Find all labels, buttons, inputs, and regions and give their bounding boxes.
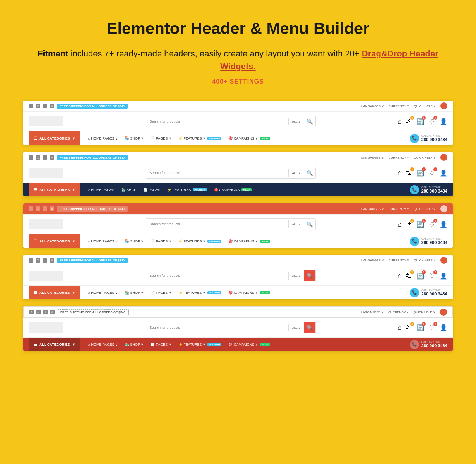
cart-icon-user-1[interactable]: 👤 <box>440 118 447 125</box>
search-button-4[interactable]: 🔍 <box>304 270 315 281</box>
quickhelp-link-3[interactable]: QUICK HELP ∨ <box>414 207 436 211</box>
nav-campaigns-3[interactable]: 🎯 CAMPAIGNS ∨ MEGA <box>228 239 270 243</box>
cart-icon-bag-2[interactable]: 🛍2 <box>405 169 413 177</box>
nav-pages-3[interactable]: 📄 PAGES ∨ <box>151 239 171 243</box>
shipping-msg-3: FREE SHIPPING FOR ALL ORDERS OF $340 <box>57 206 128 212</box>
all-categories-btn-1[interactable]: ☰ ALL CATEGORIES ∨ <box>29 131 80 145</box>
search-button-5[interactable]: 🔍 <box>304 322 315 333</box>
languages-link-1[interactable]: LANGAUGES ∨ <box>361 104 384 108</box>
languages-link-4[interactable]: LANGAUGES ∨ <box>361 259 384 262</box>
search-input-2[interactable] <box>146 171 289 175</box>
search-button-2[interactable]: 🔍 <box>304 167 315 179</box>
search-bar-2[interactable]: ALL ∨ 🔍 <box>146 167 316 179</box>
nav-campaigns-2[interactable]: 🎯 CAMPAIGNS MEGA <box>214 188 252 192</box>
nav-shop-2[interactable]: 🏪 SHOP <box>121 188 136 192</box>
call-icon-3: 📞 <box>410 237 419 246</box>
all-categories-btn-5[interactable]: ☰ ALL CATEGORIES ∨ <box>29 338 80 351</box>
search-button-1[interactable]: 🔍 <box>304 116 315 127</box>
nav-pages-4[interactable]: 📄 PAGES ∨ <box>151 291 171 295</box>
nav-home-2[interactable]: ⌂ HOME PAGES <box>88 188 115 192</box>
cart-icon-heart-1[interactable]: ♡2 <box>428 118 436 125</box>
whatsapp-icon-3: w <box>50 206 54 211</box>
cart-icon-heart-5[interactable]: ♡2 <box>428 324 436 331</box>
search-all-1[interactable]: ALL ∨ <box>289 120 303 123</box>
all-categories-btn-2[interactable]: ☰ ALL CATEGORIES ∨ <box>29 183 80 196</box>
search-bar-4[interactable]: ALL ∨ 🔍 <box>146 270 316 281</box>
search-all-3[interactable]: ALL ∨ <box>289 223 303 226</box>
nav-home-3[interactable]: ⌂ HOME PAGES ∨ <box>88 239 118 243</box>
nav-campaigns-4[interactable]: 🎯 CAMPAIGNS ∨ MEGA <box>228 291 270 295</box>
call-text-1: CALL ANYTIME 280 900 3434 <box>421 135 447 142</box>
nav-shop-4[interactable]: 🏪 SHOP ∨ <box>125 291 144 295</box>
nav-home-4[interactable]: ⌂ HOME PAGES ∨ <box>88 291 118 295</box>
cart-icon-refresh-2[interactable]: 🔄1 <box>416 169 424 177</box>
cart-icon-bag-5[interactable]: 🛍2 <box>405 324 413 331</box>
home-icon-1[interactable]: ⌂ <box>397 118 402 126</box>
cart-icon-refresh-4[interactable]: 🔄1 <box>416 272 424 280</box>
currency-link-3[interactable]: CURRENCY ∨ <box>389 207 409 211</box>
search-all-2[interactable]: ALL ∨ <box>289 171 303 175</box>
search-bar-3[interactable]: ALL ∨ 🔍 <box>146 218 316 230</box>
search-input-4[interactable] <box>146 274 289 278</box>
home-icon-3[interactable]: ⌂ <box>397 220 402 229</box>
nav-shop-1[interactable]: 🏪 SHOP ∨ <box>125 136 144 140</box>
search-all-5[interactable]: ALL ∨ <box>289 326 303 329</box>
nav-features-1[interactable]: ⚡ FEATURES ∨ PREMIUM <box>178 136 222 140</box>
quickhelp-link-5[interactable]: QUICK HELP ∨ <box>413 310 435 314</box>
cart-icon-bag-1[interactable]: 🛍2 <box>405 118 413 125</box>
cart-icon-refresh-3[interactable]: 🔄1 <box>416 220 424 228</box>
cart-icon-heart-4[interactable]: ♡2 <box>428 272 436 280</box>
cart-icon-refresh-5[interactable]: 🔄1 <box>416 324 424 331</box>
nav-pages-2[interactable]: 📄 PAGES <box>143 188 160 192</box>
cart-icon-user-5[interactable]: 👤 <box>440 324 447 331</box>
cart-icon-bag-3[interactable]: 🛍2 <box>405 220 413 228</box>
nav-features-3[interactable]: ⚡ FEATURES ∨ PREMIUM <box>178 239 222 243</box>
cart-icon-refresh-1[interactable]: 🔄1 <box>416 118 424 125</box>
cart-icon-user-4[interactable]: 👤 <box>440 272 447 280</box>
nav-shop-3[interactable]: 🏪 SHOP ∨ <box>125 239 144 243</box>
nav-campaigns-5[interactable]: 🎯 CAMPAIGNS ∨ MEGA <box>228 343 270 346</box>
call-icon-5: 📞 <box>410 340 419 349</box>
nav-pages-5[interactable]: 📄 PAGES ∨ <box>151 343 171 346</box>
search-bar-1[interactable]: ALL ∨ 🔍 <box>146 116 316 127</box>
languages-link-5[interactable]: LANGAUGES ∨ <box>361 310 384 314</box>
nav-campaigns-1[interactable]: 🎯 CAMPAIGNS ∨ MEGA <box>228 136 270 140</box>
home-icon-2[interactable]: ⌂ <box>397 169 402 177</box>
wishlist-badge-5: 2 <box>433 322 437 326</box>
nav-home-1[interactable]: ⌂ HOME PAGES ∨ <box>88 136 118 140</box>
search-all-4[interactable]: ALL ∨ <box>289 274 303 278</box>
home-icon-5[interactable]: ⌂ <box>397 324 402 332</box>
languages-link-2[interactable]: LANGAUGES ∨ <box>361 156 384 159</box>
currency-link-4[interactable]: CURRENCY ∨ <box>389 259 409 262</box>
top-bar-2: f ◎ t w FREE SHIPPING FOR ALL ORDERS OF … <box>23 152 453 163</box>
call-text-3: CALL ANYTIME 280 900 3434 <box>421 237 447 245</box>
cart-icon-heart-2[interactable]: ♡2 <box>428 169 436 177</box>
languages-link-3[interactable]: LANGAUGES ∨ <box>361 207 384 211</box>
currency-link-2[interactable]: CURRENCY ∨ <box>389 156 409 159</box>
quickhelp-link-1[interactable]: QUICK HELP ∨ <box>414 104 436 108</box>
search-bar-5[interactable]: ALL ∨ 🔍 <box>146 322 316 333</box>
search-input-3[interactable] <box>146 222 289 226</box>
nav-features-5[interactable]: ⚡ FEATURES ∨ PREMIUM <box>178 343 222 346</box>
home-icon-4[interactable]: ⌂ <box>397 272 402 280</box>
cart-icon-heart-3[interactable]: ♡2 <box>428 220 436 228</box>
search-input-1[interactable] <box>146 119 289 123</box>
nav-shop-5[interactable]: 🏪 SHOP ∨ <box>125 343 144 346</box>
search-input-5[interactable] <box>146 326 289 329</box>
nav-bar-1: ☰ ALL CATEGORIES ∨ ⌂ HOME PAGES ∨ 🏪 SHOP… <box>23 131 453 145</box>
currency-link-1[interactable]: CURRENCY ∨ <box>389 104 409 108</box>
all-categories-btn-4[interactable]: ☰ ALL CATEGORIES ∨ <box>29 286 80 299</box>
currency-link-5[interactable]: CURRENCY ∨ <box>388 310 409 314</box>
nav-features-4[interactable]: ⚡ FEATURES ∨ PREMIUM <box>178 291 222 295</box>
quickhelp-link-2[interactable]: QUICK HELP ∨ <box>414 156 436 159</box>
nav-home-5[interactable]: ⌂ HOME PAGES ∨ <box>88 343 118 346</box>
cart-icon-bag-4[interactable]: 🛍2 <box>405 272 413 280</box>
nav-features-2[interactable]: ⚡ FEATURES PREMIUM <box>167 188 207 192</box>
nav-bar-2: ☰ ALL CATEGORIES ∨ ⌂ HOME PAGES 🏪 SHOP 📄… <box>23 183 453 196</box>
cart-icon-user-2[interactable]: 👤 <box>440 169 447 177</box>
cart-icon-user-3[interactable]: 👤 <box>440 220 447 228</box>
all-categories-btn-3[interactable]: ☰ ALL CATEGORIES ∨ <box>29 234 80 248</box>
search-button-3[interactable]: 🔍 <box>304 218 315 230</box>
nav-pages-1[interactable]: 📄 PAGES ∨ <box>151 136 171 140</box>
quickhelp-link-4[interactable]: QUICK HELP ∨ <box>414 259 436 262</box>
